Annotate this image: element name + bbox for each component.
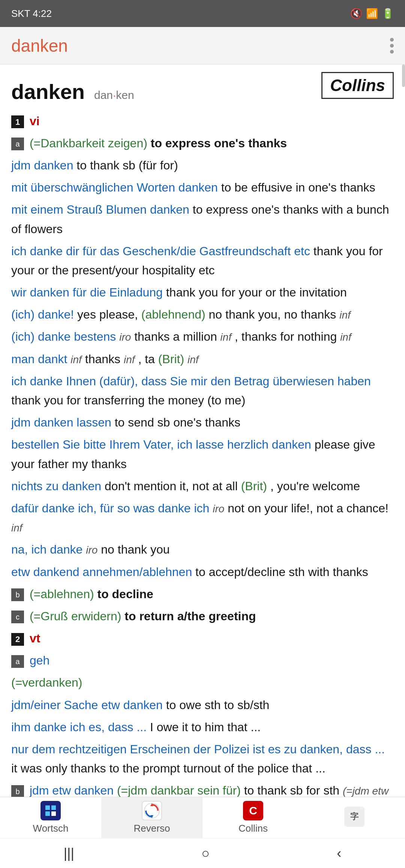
entry-dafuer-danke: dafür danke ich, für so was danke ich ir… (11, 499, 394, 537)
wortsch-icon (40, 801, 61, 820)
entry-einladung: wir danken für die Einladung thank you f… (11, 283, 394, 302)
num-badge-1: 1 (11, 115, 24, 128)
last-icon: 字 (344, 807, 364, 827)
entry-betrag: ich danke Ihnen (dafür), dass Sie mir de… (11, 372, 394, 410)
wifi-icon: 📶 (366, 8, 378, 19)
entry-jdm-danken: jdm danken to thank sb (für for) (11, 156, 394, 175)
pos-vt-1: vt (30, 632, 40, 645)
letter-badge-c1: c (11, 611, 24, 623)
entry-nichts-danken: nichts zu danken don't mention it, not a… (11, 477, 394, 496)
nav-collins-label: Collins (238, 823, 268, 834)
back-button[interactable]: ‹ (322, 842, 356, 865)
section-2: 2 vt (11, 629, 394, 648)
entry-verdanken: (=verdanken) (11, 673, 394, 692)
letter-badge-a1: a (11, 138, 24, 150)
nav-wortsch[interactable]: Wortsch (0, 797, 101, 838)
entry-man-dankt: man dankt inf thanks inf , ta (Brit) inf (11, 350, 394, 369)
nav-last[interactable]: 字 (304, 797, 405, 838)
letter-badge-a2: a (11, 655, 24, 668)
svg-rect-1 (51, 805, 56, 810)
section-1: 1 vi (11, 112, 394, 131)
entry-uberschwanglich: mit überschwänglichen Worten danken to b… (11, 178, 394, 197)
entry-dankend: etw dankend annehmen/ablehnen to accept/… (11, 563, 394, 582)
collins-badge: Collins (321, 72, 394, 99)
meaning-a1-de: (=Dankbarkeit zeigen) (30, 136, 147, 150)
entry-vater: bestellen Sie bitte Ihrem Vater, ich las… (11, 435, 394, 473)
svg-rect-3 (51, 811, 56, 816)
battery-icon: 🔋 (382, 8, 394, 19)
letter-b-1: b (=ablehnen) to decline (11, 585, 394, 604)
pos-vi-1: vi (30, 114, 40, 128)
reverso-icon (142, 801, 162, 820)
menu-button[interactable] (390, 38, 394, 54)
nav-wortsch-label: Wortsch (33, 823, 69, 834)
entry-rechtzeitig: nur dem rechtzeitigen Erscheinen der Pol… (11, 740, 394, 778)
letter-c-1: c (=Gruß erwidern) to return a/the greet… (11, 607, 394, 626)
entry-geschenk: ich danke dir für das Geschenk/die Gastf… (11, 242, 394, 280)
status-time: SKT 4:22 (11, 8, 52, 19)
num-badge-2: 2 (11, 633, 24, 646)
recent-button[interactable]: ||| (49, 842, 89, 865)
system-nav: ||| ○ ‹ (0, 838, 405, 868)
word-phonetic: dan·ken (94, 89, 134, 101)
entry-ihm-danke: ihm danke ich es, dass ... I owe it to h… (11, 718, 394, 737)
main-content: Collins danken dan·ken 1 vi a (=Dankbark… (0, 64, 405, 868)
word-title: danken (11, 80, 85, 103)
nav-collins[interactable]: C Collins (202, 797, 304, 838)
collins-icon: C (243, 801, 263, 820)
entry-na-ich-danke: na, ich danke iro no thank you (11, 540, 394, 559)
letter-badge-b1: b (11, 588, 24, 601)
entry-einer-sache: jdm/einer Sache etw danken to owe sth to… (11, 696, 394, 715)
svg-rect-2 (45, 811, 50, 816)
entry-danken-lassen: jdm danken lassen to send sb one's thank… (11, 413, 394, 432)
mute-icon: 🔇 (350, 8, 362, 19)
app-title: danken (11, 36, 68, 56)
nav-reverso-label: Reverso (134, 823, 170, 834)
home-button[interactable]: ○ (186, 842, 225, 865)
letter-a-1: a (=Dankbarkeit zeigen) to express one's… (11, 134, 394, 153)
collins-label: Collins (330, 76, 385, 94)
letter-badge-b2: b (11, 785, 24, 798)
status-bar: SKT 4:22 🔇 📶 🔋 (0, 0, 405, 27)
scrollbar-thumb[interactable] (402, 64, 405, 87)
app-header: danken (0, 27, 405, 64)
entry-danke-bestens: (ich) danke bestens iro thanks a million… (11, 327, 394, 346)
bottom-nav: Wortsch Reverso C Collins 字 (0, 797, 405, 838)
entry-ich-danke: (ich) danke! yes please, (ablehnend) no … (11, 305, 394, 324)
nav-reverso[interactable]: Reverso (101, 797, 202, 838)
status-icons: 🔇 📶 🔋 (350, 8, 394, 19)
meaning-a1-en: to express one's thanks (151, 136, 287, 150)
letter-a-2: a geh (11, 651, 394, 670)
entry-strauss-blumen: mit einem Strauß Blumen danken to expres… (11, 200, 394, 238)
svg-rect-0 (45, 805, 50, 810)
